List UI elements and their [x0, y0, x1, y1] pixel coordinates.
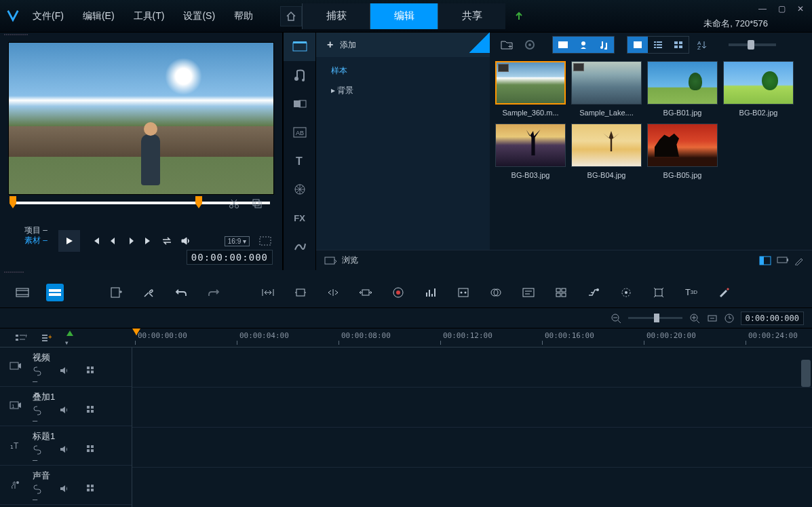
- import-folder-button[interactable]: +: [497, 37, 517, 53]
- track-mute-button[interactable]: [60, 445, 69, 465]
- paint-button[interactable]: [715, 284, 733, 301]
- aspect-ratio-selector[interactable]: 16:9 ▾: [225, 236, 250, 246]
- view-list-button[interactable]: [648, 37, 668, 53]
- audio-mixer-button[interactable]: [422, 284, 440, 301]
- ripple-button[interactable]: [324, 284, 342, 301]
- timeline-ruler[interactable]: 00:00:00:0000:00:04:0000:00:08:0000:00:1…: [132, 328, 812, 347]
- menu-settings[interactable]: 设置(S): [183, 10, 215, 22]
- library-cat-title[interactable]: AB: [284, 118, 315, 147]
- undo-button[interactable]: [172, 284, 190, 301]
- footer-edit-icon[interactable]: [794, 256, 804, 265]
- prev-frame-button[interactable]: [106, 234, 121, 248]
- fullscreen-button[interactable]: [256, 234, 274, 248]
- preview-timecode[interactable]: 00:00:00:000: [187, 250, 273, 265]
- thumbnail-item[interactable]: BG-B03.jpg: [495, 124, 566, 179]
- zoom-out-button[interactable]: [611, 313, 621, 324]
- library-cat-graphic[interactable]: [284, 175, 315, 204]
- track-link-button[interactable]: –: [33, 445, 42, 465]
- tree-item-sample[interactable]: 样本: [316, 61, 490, 81]
- filter-image-button[interactable]: [573, 37, 594, 53]
- library-cat-audio[interactable]: [284, 61, 315, 90]
- track-header[interactable]: ₁T 标题1 –: [0, 426, 132, 466]
- thumbnail-item[interactable]: Sample_360.m...: [495, 61, 566, 117]
- preview-viewport[interactable]: [8, 42, 274, 195]
- track-link-button[interactable]: –: [33, 485, 42, 504]
- preview-scrubber[interactable]: [9, 202, 273, 223]
- subtitle-button[interactable]: [520, 284, 537, 301]
- zoom-clip-button[interactable]: [292, 284, 309, 301]
- library-cat-fx[interactable]: FX: [284, 204, 315, 232]
- minimize-button[interactable]: —: [758, 4, 767, 14]
- blend-button[interactable]: [487, 284, 505, 301]
- track-fx-button[interactable]: [87, 367, 95, 386]
- loop-button[interactable]: [159, 234, 175, 248]
- track-mute-button[interactable]: [60, 406, 69, 426]
- tree-item-background[interactable]: ▸ 背景: [316, 81, 490, 100]
- filter-audio-button[interactable]: [594, 37, 614, 53]
- storyboard-view-button[interactable]: [14, 284, 31, 301]
- track-area[interactable]: [132, 348, 812, 507]
- panel-grip[interactable]: [0, 270, 812, 277]
- insert-media-button[interactable]: [107, 284, 125, 301]
- capture-button[interactable]: [520, 37, 540, 53]
- footer-battery-icon[interactable]: [777, 256, 789, 265]
- tab-capture[interactable]: 捕获: [302, 3, 370, 29]
- zoom-in-button[interactable]: [689, 313, 700, 324]
- redo-button[interactable]: [205, 284, 223, 301]
- track-fx-button[interactable]: [87, 485, 95, 504]
- browse-label[interactable]: 浏览: [342, 255, 358, 266]
- split-clip-button[interactable]: [228, 198, 240, 210]
- thumbnail-size-slider[interactable]: [729, 43, 776, 46]
- timeline-view-button[interactable]: [46, 284, 64, 301]
- 3d-title-button[interactable]: T3D: [682, 284, 700, 301]
- footer-panel-icon[interactable]: [759, 256, 771, 265]
- go-end-button[interactable]: [141, 234, 156, 248]
- record-button[interactable]: [389, 284, 407, 301]
- thumbnail-item[interactable]: BG-B05.jpg: [647, 124, 718, 179]
- pin-icon[interactable]: [469, 33, 490, 53]
- view-thumbnail-button[interactable]: [627, 37, 648, 53]
- go-start-button[interactable]: [88, 234, 103, 248]
- upload-button[interactable]: [505, 12, 533, 21]
- tracking-button[interactable]: [617, 284, 635, 301]
- timeline-timecode[interactable]: 0:00:00:000: [741, 312, 804, 325]
- enable-tracks-button[interactable]: ▾: [65, 329, 75, 347]
- add-track-button[interactable]: +: [41, 333, 52, 343]
- track-link-button[interactable]: –: [33, 406, 42, 426]
- volume-button[interactable]: [178, 234, 194, 248]
- multicam-button[interactable]: [552, 284, 570, 301]
- view-grid-button[interactable]: [668, 37, 689, 53]
- motion-button[interactable]: [585, 284, 602, 301]
- menu-edit[interactable]: 编辑(E): [83, 10, 115, 22]
- slip-button[interactable]: [357, 284, 374, 301]
- timecode-mode-button[interactable]: [724, 314, 734, 323]
- library-add-button[interactable]: + 添加: [316, 33, 490, 57]
- preview-mode-clip[interactable]: 素材: [24, 236, 41, 245]
- track-fx-button[interactable]: [87, 445, 95, 465]
- track-options-button[interactable]: +: [15, 333, 27, 343]
- maximize-button[interactable]: ▢: [777, 4, 786, 14]
- tools-button[interactable]: [140, 284, 157, 301]
- chapter-button[interactable]: [455, 284, 472, 301]
- menu-help[interactable]: 帮助: [234, 10, 253, 22]
- play-button[interactable]: [58, 230, 80, 252]
- track-header[interactable]: 声音 –: [0, 466, 132, 505]
- sort-button[interactable]: AZ: [692, 37, 712, 53]
- library-cat-path[interactable]: [284, 232, 315, 261]
- thumbnail-item[interactable]: BG-B01.jpg: [647, 61, 718, 117]
- close-button[interactable]: ✕: [796, 4, 805, 14]
- mark-out-handle[interactable]: [195, 196, 202, 208]
- track-header[interactable]: 1 叠加1 –: [0, 387, 132, 426]
- library-cat-media[interactable]: [284, 33, 315, 61]
- track-link-button[interactable]: –: [33, 367, 42, 386]
- tab-edit[interactable]: 编辑: [370, 3, 438, 29]
- library-cat-transition[interactable]: [284, 90, 315, 118]
- track-mute-button[interactable]: [60, 485, 69, 504]
- track-fx-button[interactable]: [87, 406, 95, 426]
- pan-zoom-button[interactable]: [650, 284, 668, 301]
- filter-video-button[interactable]: [553, 37, 573, 53]
- menu-file[interactable]: 文件(F): [33, 10, 64, 22]
- fit-timeline-button[interactable]: [707, 314, 718, 323]
- crop-button[interactable]: [251, 198, 263, 210]
- track-header[interactable]: 视频 –: [0, 348, 132, 387]
